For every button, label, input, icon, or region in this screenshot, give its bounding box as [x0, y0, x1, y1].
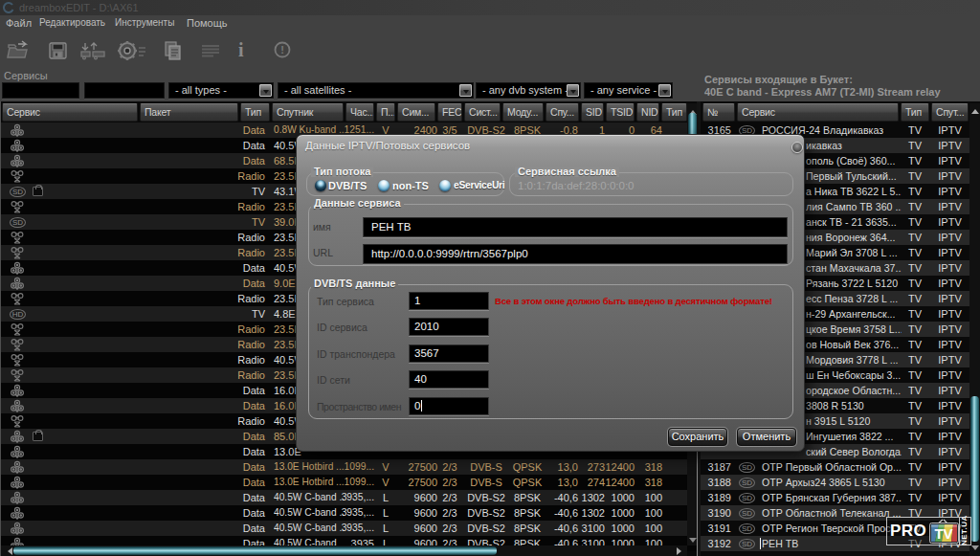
svg-text:!: !: [280, 44, 284, 56]
svg-text:TV: TV: [934, 525, 952, 542]
